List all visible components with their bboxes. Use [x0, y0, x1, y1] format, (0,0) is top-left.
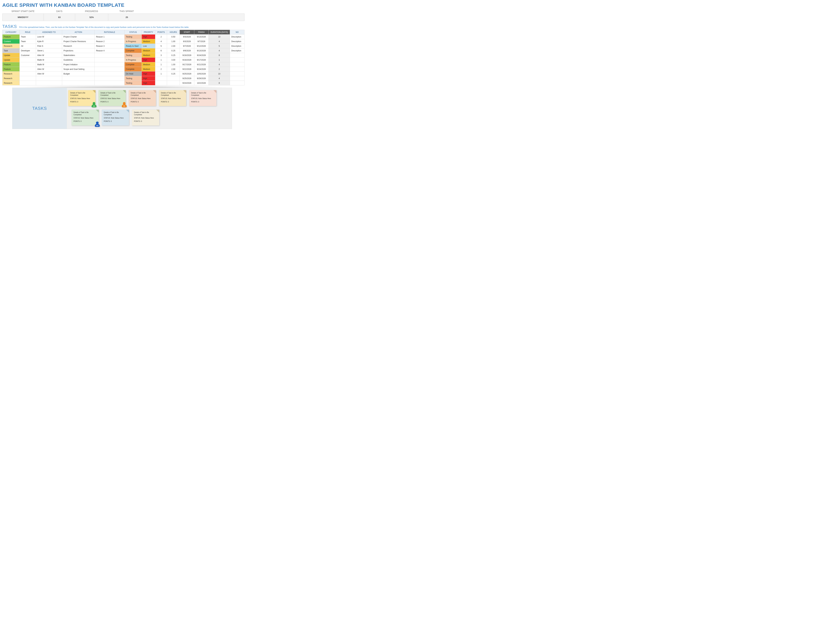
cell-role[interactable]: Customer [20, 53, 36, 57]
cell-start[interactable]: 9/24/2028 [180, 81, 194, 85]
cell-status[interactable]: Complete [124, 62, 142, 67]
cell-finish[interactable]: 9/7/2028 [194, 39, 209, 44]
cell-priority[interactable]: Medium [142, 67, 155, 71]
cell-points[interactable]: 4 [155, 39, 167, 44]
cell-rationale[interactable] [95, 62, 124, 67]
cell-status[interactable]: In Progress [124, 39, 142, 44]
cell-role[interactable] [20, 76, 36, 81]
cell-assigned[interactable] [36, 81, 62, 85]
table-row[interactable]: UpdateMalik MGuidelinesIn ProgressHigh13… [3, 57, 244, 62]
cell-assigned[interactable]: Malik M [36, 62, 62, 67]
cell-start[interactable]: 9/17/2028 [180, 62, 194, 67]
cell-category[interactable]: Update [3, 57, 20, 62]
cell-action[interactable]: Project Initiation [62, 62, 95, 67]
cell-role[interactable] [20, 67, 36, 71]
table-row[interactable]: FeatureAllen WScope and Goal SettingComp… [3, 67, 244, 71]
cell-duration[interactable]: 1 [209, 57, 230, 62]
summary-value[interactable]: 63 [44, 14, 75, 21]
cell-status[interactable]: Testing [124, 53, 142, 57]
cell-duration[interactable]: 8 [209, 53, 230, 57]
cell-points[interactable]: 3 [155, 53, 167, 57]
kanban-card[interactable]: Details of Task to Be CompletedSTATUS: N… [129, 90, 156, 106]
table-row[interactable]: ResearchTestingHigh9/25/20289/29/20284 [3, 76, 244, 81]
table-row[interactable]: ContentTeamKylie RProject Charter Revisi… [3, 39, 244, 44]
summary-value[interactable]: MM/DD/YY [3, 14, 44, 21]
column-header[interactable]: START [180, 30, 194, 34]
table-row[interactable]: ResearchAllen WBudgetOn HoldHigh10.259/2… [3, 71, 244, 76]
cell-finish[interactable]: 9/13/2028 [194, 34, 209, 39]
table-row[interactable]: FeatureMalik MProject InitiationComplete… [3, 62, 244, 67]
cell-priority[interactable]: High [142, 34, 155, 39]
cell-category[interactable]: Update [3, 53, 20, 57]
cell-notes[interactable] [230, 76, 244, 81]
cell-role[interactable] [20, 81, 36, 85]
cell-start[interactable]: 9/9/2028 [180, 48, 194, 53]
cell-action[interactable] [62, 76, 95, 81]
column-header[interactable]: NO [230, 30, 244, 34]
cell-action[interactable]: Budget [62, 71, 95, 76]
cell-role[interactable] [20, 62, 36, 67]
cell-start[interactable]: 9/3/2028 [180, 34, 194, 39]
cell-hours[interactable]: 0.25 [167, 53, 180, 57]
cell-points[interactable]: 1 [155, 62, 167, 67]
cell-hours[interactable] [167, 81, 180, 85]
cell-points[interactable]: 1 [155, 57, 167, 62]
cell-category[interactable]: Research [3, 76, 20, 81]
column-header[interactable]: DURATION (DAYS) [209, 30, 230, 34]
table-row[interactable]: FeatureTeamLeon WProject CharterReason 1… [3, 34, 244, 39]
cell-start[interactable]: 9/16/2028 [180, 53, 194, 57]
cell-notes[interactable] [230, 62, 244, 67]
cell-assigned[interactable]: Malik M [36, 57, 62, 62]
cell-hours[interactable]: 3.00 [167, 57, 180, 62]
cell-start[interactable]: 9/25/2028 [180, 71, 194, 76]
cell-category[interactable]: Research [3, 44, 20, 48]
cell-rationale[interactable] [95, 76, 124, 81]
cell-notes[interactable]: Description [230, 39, 244, 44]
cell-category[interactable]: Research [3, 81, 20, 85]
cell-priority[interactable]: High [142, 71, 155, 76]
column-header[interactable]: ACTION [62, 30, 95, 34]
cell-rationale[interactable] [95, 71, 124, 76]
cell-priority[interactable]: High [142, 81, 155, 85]
cell-start[interactable]: 9/3/2028 [180, 39, 194, 44]
cell-status[interactable]: On Hold [124, 71, 142, 76]
cell-role[interactable] [20, 57, 36, 62]
cell-priority[interactable]: Medium [142, 62, 155, 67]
cell-duration[interactable]: 2 [209, 67, 230, 71]
cell-status[interactable]: Complete [124, 67, 142, 71]
cell-hours[interactable] [167, 76, 180, 81]
cell-priority[interactable]: Low [142, 44, 155, 48]
cell-rationale[interactable] [95, 67, 124, 71]
cell-duration[interactable]: 4 [209, 39, 230, 44]
cell-finish[interactable]: 10/2/2028 [194, 81, 209, 85]
cell-points[interactable] [155, 81, 167, 85]
cell-role[interactable]: Team [20, 39, 36, 44]
column-header[interactable]: RATIONALE [95, 30, 124, 34]
cell-hours[interactable]: 1.00 [167, 62, 180, 67]
column-header[interactable]: ROLE [20, 30, 36, 34]
kanban-card[interactable]: Details of Task to Be CompletedSTATUS: N… [71, 110, 99, 125]
cell-role[interactable]: Team [20, 34, 36, 39]
cell-finish[interactable]: 9/13/2028 [194, 48, 209, 53]
cell-points[interactable]: 2 [155, 34, 167, 39]
cell-hours[interactable]: 2.00 [167, 67, 180, 71]
cell-assigned[interactable]: Kylie R [36, 39, 62, 44]
column-header[interactable]: HOURS [167, 30, 180, 34]
table-row[interactable]: UpdateCustomerAllen WStakeholdersTesting… [3, 53, 244, 57]
column-header[interactable]: STATUS [124, 30, 142, 34]
cell-assigned[interactable] [36, 76, 62, 81]
cell-notes[interactable] [230, 57, 244, 62]
cell-rationale[interactable] [95, 57, 124, 62]
cell-rationale[interactable]: Reason 1 [95, 34, 124, 39]
cell-points[interactable]: 1 [155, 71, 167, 76]
cell-start[interactable]: 9/25/2028 [180, 76, 194, 81]
cell-category[interactable]: Feature [3, 34, 20, 39]
cell-priority[interactable]: High [142, 76, 155, 81]
cell-status[interactable]: Ready to Start [124, 44, 142, 48]
cell-points[interactable]: 5 [155, 44, 167, 48]
cell-hours[interactable]: 1.00 [167, 39, 180, 44]
cell-action[interactable]: Guidelines [62, 57, 95, 62]
cell-status[interactable]: Testing [124, 81, 142, 85]
cell-category[interactable]: Feature [3, 67, 20, 71]
cell-role[interactable] [20, 71, 36, 76]
